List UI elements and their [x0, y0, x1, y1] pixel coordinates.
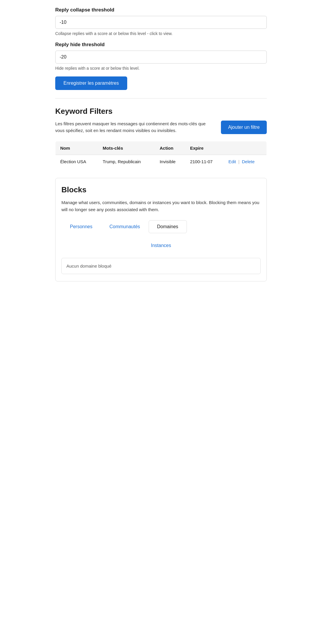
filter-nom: Élection USA — [56, 155, 98, 168]
blocks-description: Manage what users, communities, domains … — [61, 199, 261, 213]
reply-collapse-input[interactable] — [55, 16, 267, 29]
reply-collapse-label: Reply collapse threshold — [55, 7, 267, 13]
reply-hide-section: Reply hide threshold Hide replies with a… — [55, 42, 267, 71]
col-header-expire: Expire — [185, 141, 224, 155]
blocks-title: Blocks — [61, 185, 261, 194]
reply-hide-label: Reply hide threshold — [55, 42, 267, 48]
section-divider — [55, 98, 267, 99]
tab-personnes[interactable]: Personnes — [61, 220, 101, 233]
edit-filter-link[interactable]: Edit — [228, 159, 236, 164]
col-header-nom: Nom — [56, 141, 98, 155]
table-header-row: Nom Mots-clés Action Expire — [56, 141, 267, 155]
tab-domaines[interactable]: Domaines — [149, 220, 187, 233]
add-filter-button[interactable]: Ajouter un filtre — [221, 121, 267, 134]
col-header-mots-cles: Mots-clés — [98, 141, 155, 155]
col-header-action: Action — [155, 141, 185, 155]
save-settings-button[interactable]: Enregistrer les paramètres — [55, 76, 127, 90]
action-separator: | — [238, 159, 239, 164]
reply-hide-input[interactable] — [55, 51, 267, 64]
keyword-filters-description: Les filtres peuvent masquer les messages… — [55, 121, 215, 134]
filter-action: Invisible — [155, 155, 185, 168]
col-header-actions-empty — [224, 141, 266, 155]
tab-instances[interactable]: Instances — [142, 239, 180, 252]
table-row: Élection USA Trump, Republicain Invisibl… — [56, 155, 267, 168]
blocks-tabs-row-1: Personnes Communautés Domaines — [61, 220, 261, 233]
reply-hide-helper: Hide replies with a score at or below th… — [55, 66, 267, 71]
keyword-header: Les filtres peuvent masquer les messages… — [55, 121, 267, 134]
blocks-section: Blocks Manage what users, communities, d… — [55, 178, 267, 281]
delete-filter-link[interactable]: Delete — [242, 159, 254, 164]
keyword-filters-title: Keyword Filters — [55, 107, 267, 116]
filter-expire: 2100-11-07 — [185, 155, 224, 168]
keyword-filters-section: Keyword Filters Les filtres peuvent masq… — [55, 107, 267, 168]
tab-communautes[interactable]: Communautés — [101, 220, 149, 233]
reply-collapse-section: Reply collapse threshold Collapse replie… — [55, 7, 267, 36]
filter-row-actions: Edit | Delete — [224, 155, 266, 168]
blocks-tabs-row-2: Instances — [61, 239, 261, 252]
filters-table: Nom Mots-clés Action Expire Élection USA… — [55, 141, 267, 168]
reply-collapse-helper: Collapse replies with a score at or belo… — [55, 31, 267, 36]
empty-domains-message: Aucun domaine bloqué — [61, 258, 261, 274]
filter-mots-cles: Trump, Republicain — [98, 155, 155, 168]
